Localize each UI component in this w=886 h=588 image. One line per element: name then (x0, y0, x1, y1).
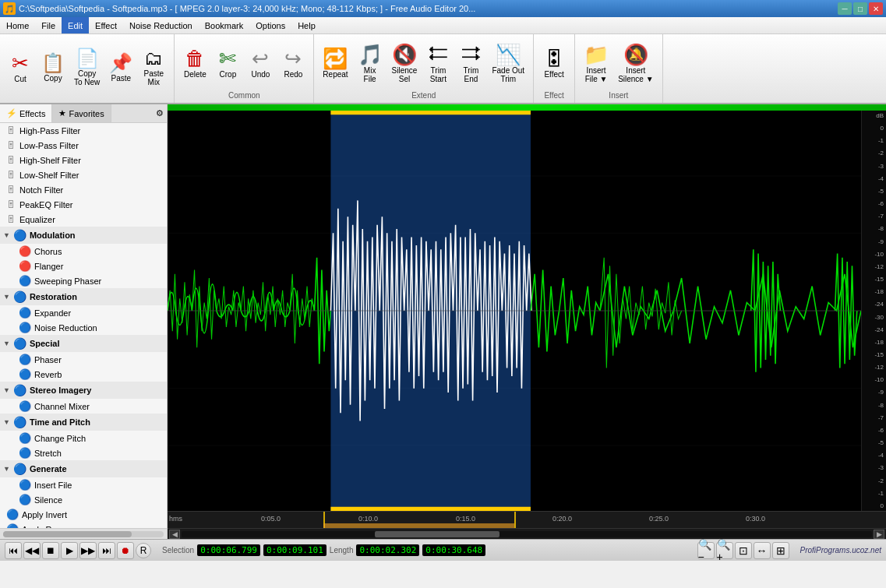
menu-noise-reduction[interactable]: Noise Reduction (123, 17, 199, 33)
sidebar-item-high-shelf-filter[interactable]: 🎚 High-Shelf Filter (0, 153, 167, 167)
sidebar-item-change-pitch[interactable]: 🔵 Change Pitch (0, 431, 167, 445)
sidebar-group-modulation[interactable]: ▼ 🔵 Modulation (0, 227, 167, 244)
scroll-left-button[interactable]: ◀ (169, 530, 180, 539)
sidebar-item-equalizer[interactable]: 🎚 Equalizer (0, 212, 167, 227)
minimize-button[interactable]: ─ (838, 2, 852, 15)
redo-icon: ↪ (284, 48, 302, 69)
cut-button[interactable]: ✂ Cut (5, 51, 36, 86)
top-bar (168, 104, 886, 111)
menu-effect[interactable]: Effect (89, 17, 123, 33)
db-label-7: -7 (862, 213, 884, 220)
play-button[interactable]: ▶ (61, 542, 78, 559)
sidebar-group-stereo-imagery[interactable]: ▼ 🔵 Stereo Imagery (0, 382, 167, 399)
menu-help[interactable]: Help (291, 17, 322, 33)
stop-button[interactable]: ⏹ (42, 542, 59, 559)
zoom-in-button[interactable]: 🔍+ (716, 542, 733, 559)
db-label-6: -6 (862, 200, 884, 207)
hscroll-track[interactable] (182, 531, 872, 537)
redo-button[interactable]: ↪ Redo (277, 46, 309, 81)
sidebar-item-low-pass-filter[interactable]: 🎚 Low-Pass Filter (0, 138, 167, 153)
trim-end-label: Trim End (464, 66, 479, 83)
time-label-25: 0:25.0 (649, 515, 669, 523)
sidebar-item-phaser[interactable]: 🔵 Phaser (0, 352, 167, 367)
menu-home[interactable]: Home (0, 17, 35, 33)
db-label-10b: -10 (862, 376, 884, 383)
trim-start-button[interactable]: ⮄ Trim Start (422, 42, 454, 86)
chorus-label: Chorus (34, 247, 62, 256)
sidebar-item-expander[interactable]: 🔵 Expander (0, 305, 167, 320)
hscroll-thumb[interactable] (375, 531, 499, 537)
mix-file-button[interactable]: 🎵 Mix File (354, 42, 387, 86)
go-to-end-button[interactable]: ⏭ (98, 542, 115, 559)
reverb-icon: 🔵 (19, 368, 31, 380)
tab-favorites[interactable]: ★ Favorites (52, 104, 111, 122)
peakeq-filter-label: PeakEQ Filter (19, 200, 72, 209)
sidebar-item-insert-file[interactable]: 🔵 Insert File (0, 477, 167, 492)
menu-bookmark[interactable]: Bookmark (199, 17, 250, 33)
sidebar-item-stretch[interactable]: 🔵 Stretch (0, 445, 167, 460)
waveform-canvas[interactable] (168, 111, 861, 511)
zoom-selection-button[interactable]: ⊞ (772, 542, 789, 559)
sidebar-item-high-pass-filter[interactable]: 🎚 High-Pass Filter (0, 123, 167, 138)
noise-reduction-icon: 🔵 (19, 322, 31, 333)
zoom-fit-button[interactable]: ⊡ (735, 542, 752, 559)
crop-button[interactable]: ✄ Crop (212, 46, 243, 81)
sidebar-item-noise-reduction[interactable]: 🔵 Noise Reduction (0, 320, 167, 335)
scroll-right-button[interactable]: ▶ (874, 530, 884, 539)
copy-label: Copy (44, 74, 62, 83)
loop-button[interactable]: R (136, 543, 151, 558)
menu-file[interactable]: File (35, 17, 62, 33)
fast-forward-button[interactable]: ▶▶ (79, 542, 97, 559)
stretch-icon: 🔵 (19, 447, 31, 459)
sidebar-item-apply-reverse[interactable]: 🔵 Apply Reverse (0, 522, 167, 528)
restoration-group-icon: 🔵 (13, 290, 26, 303)
sidebar-item-sweeping-phaser[interactable]: 🔵 Sweeping Phaser (0, 273, 167, 288)
zoom-out-button[interactable]: 🔍− (697, 542, 715, 559)
sidebar-item-peakeq-filter[interactable]: 🎚 PeakEQ Filter (0, 197, 167, 212)
close-button[interactable]: ✕ (869, 2, 883, 15)
sidebar-item-channel-mixer[interactable]: 🔵 Channel Mixer (0, 399, 167, 414)
menu-edit[interactable]: Edit (62, 17, 89, 33)
insert-silence-button[interactable]: 🔕 Insert Silence ▼ (614, 42, 657, 86)
insert-file-button[interactable]: 📁 Insert File ▼ (580, 42, 612, 86)
trim-end-button[interactable]: ⮆ Trim End (455, 42, 486, 86)
title-bar-left: 🎵 C:\Softpedia\Softpedia - Softpedia.mp3… (3, 2, 475, 15)
db-label-0top: 0 (862, 125, 884, 132)
sidebar-item-flanger[interactable]: 🔴 Flanger (0, 259, 167, 273)
zoom-reset-button[interactable]: ↔ (754, 542, 771, 559)
undo-button[interactable]: ↩ Undo (245, 46, 276, 81)
sidebar-item-apply-invert[interactable]: 🔵 Apply Invert (0, 507, 167, 522)
copy-to-new-button[interactable]: 📄 Copy To New (70, 47, 104, 89)
sidebar-group-time-and-pitch[interactable]: ▼ 🔵 Time and Pitch (0, 414, 167, 431)
sidebar-item-low-shelf-filter[interactable]: 🎚 Low-Shelf Filter (0, 167, 167, 182)
paste-button[interactable]: 📌 Paste (105, 51, 136, 85)
repeat-button[interactable]: 🔁 Repeat (319, 46, 351, 81)
waveform-hscroll[interactable]: ◀ ▶ (168, 528, 886, 539)
rewind-button[interactable]: ◀◀ (23, 542, 41, 559)
stereo-imagery-triangle: ▼ (3, 386, 10, 394)
sidebar-group-special[interactable]: ▼ 🔵 Special (0, 335, 167, 352)
high-shelf-filter-icon: 🎚 (6, 154, 16, 166)
sidebar-group-generate[interactable]: ▼ 🔵 Generate (0, 460, 167, 477)
maximize-button[interactable]: □ (853, 2, 867, 15)
effect-button[interactable]: 🎛 Effect (538, 46, 570, 81)
sweeping-phaser-label: Sweeping Phaser (34, 276, 101, 286)
silence-sel-button[interactable]: 🔇 Silence Sel (388, 42, 422, 86)
record-button[interactable]: ⏺ (117, 542, 134, 559)
sidebar-hscroll[interactable] (0, 528, 167, 539)
paste-mix-button[interactable]: 🗂 Paste Mix (138, 47, 169, 89)
menu-options[interactable]: Options (249, 17, 291, 33)
fade-out-trim-button[interactable]: 📉 Fade Out Trim (488, 42, 528, 86)
sidebar-item-reverb[interactable]: 🔵 Reverb (0, 367, 167, 382)
delete-button[interactable]: 🗑 Delete (179, 46, 210, 81)
sidebar-item-chorus[interactable]: 🔴 Chorus (0, 244, 167, 259)
copy-button[interactable]: 📋 Copy (37, 51, 69, 85)
sidebar-filter-btn[interactable]: ⚙ (153, 104, 167, 122)
sidebar-item-silence[interactable]: 🔵 Silence (0, 492, 167, 507)
db-label-10: -10 (862, 251, 884, 258)
selection-start-value: 0:00:06.799 (197, 544, 260, 556)
sidebar-item-notch-filter[interactable]: 🎚 Notch Filter (0, 182, 167, 197)
sidebar-group-restoration[interactable]: ▼ 🔵 Restoration (0, 288, 167, 305)
go-to-start-button[interactable]: ⏮ (5, 542, 22, 559)
tab-effects[interactable]: ⚡ Effects (0, 104, 52, 122)
